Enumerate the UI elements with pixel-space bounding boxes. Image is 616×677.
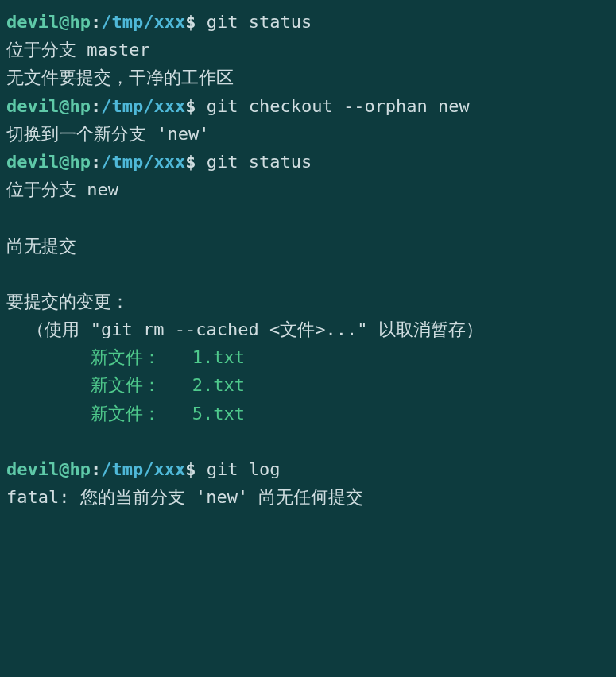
new-file-label: 新文件： [91, 404, 161, 424]
prompt-sep: : [91, 152, 101, 172]
staged-file-line: 新文件： 5.txt [6, 400, 610, 427]
prompt-line: devil@hp:/tmp/xxx$ git status [6, 8, 610, 36]
command-text: git status [196, 152, 312, 172]
new-file-label: 新文件： [91, 375, 161, 395]
staged-file-line: 新文件： 2.txt [6, 371, 610, 399]
prompt-host: hp [69, 152, 91, 172]
prompt-at: @ [59, 96, 69, 116]
blank-line [6, 203, 610, 231]
prompt-user: devil [6, 152, 59, 172]
output-line: 切换到一个新分支 'new' [6, 120, 610, 148]
output-line: 尚无提交 [6, 232, 610, 260]
prompt-dollar: $ [185, 96, 196, 116]
terminal-window[interactable]: devil@hp:/tmp/xxx$ git status位于分支 master… [6, 8, 610, 511]
prompt-at: @ [59, 459, 69, 479]
prompt-sep: : [91, 459, 101, 479]
output-line: 位于分支 master [6, 36, 610, 64]
output-line: 要提交的变更： [6, 288, 610, 315]
prompt-at: @ [59, 12, 69, 32]
blank-line [6, 260, 610, 288]
output-line: 位于分支 new [6, 176, 610, 203]
staged-file-line: 新文件： 1.txt [6, 343, 610, 371]
output-line: fatal: 您的当前分支 'new' 尚无任何提交 [6, 483, 610, 511]
prompt-path: /tmp/xxx [101, 152, 185, 172]
prompt-user: devil [6, 459, 59, 479]
prompt-sep: : [91, 96, 101, 116]
prompt-path: /tmp/xxx [101, 12, 185, 32]
prompt-host: hp [69, 459, 91, 479]
prompt-host: hp [69, 96, 91, 116]
command-text: git log [196, 459, 280, 479]
prompt-dollar: $ [185, 152, 196, 172]
prompt-dollar: $ [185, 459, 196, 479]
output-line: （使用 "git rm --cached <文件>..." 以取消暂存） [6, 315, 610, 343]
command-text: git status [196, 12, 312, 32]
prompt-line: devil@hp:/tmp/xxx$ git checkout --orphan… [6, 92, 610, 120]
prompt-user: devil [6, 96, 59, 116]
prompt-host: hp [69, 12, 91, 32]
prompt-dollar: $ [185, 12, 196, 32]
prompt-line: devil@hp:/tmp/xxx$ git log [6, 455, 610, 483]
file-name: 1.txt [192, 347, 245, 367]
new-file-label: 新文件： [91, 347, 161, 367]
prompt-user: devil [6, 12, 59, 32]
prompt-path: /tmp/xxx [101, 459, 185, 479]
command-text: git checkout --orphan new [196, 96, 469, 116]
prompt-at: @ [59, 152, 69, 172]
blank-line [6, 427, 610, 455]
prompt-path: /tmp/xxx [101, 96, 185, 116]
prompt-line: devil@hp:/tmp/xxx$ git status [6, 148, 610, 176]
prompt-sep: : [91, 12, 101, 32]
file-name: 2.txt [192, 375, 245, 395]
output-line: 无文件要提交，干净的工作区 [6, 64, 610, 91]
file-name: 5.txt [192, 404, 245, 424]
